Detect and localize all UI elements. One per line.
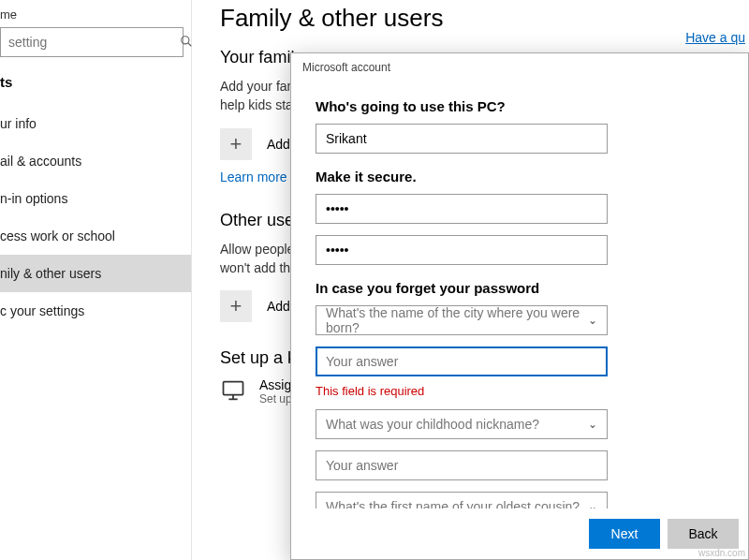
- chevron-down-icon: ⌄: [588, 418, 597, 431]
- security-question-2-select[interactable]: What was your childhood nickname? ⌄: [316, 409, 608, 439]
- plus-icon: +: [230, 294, 242, 318]
- question-secure: Make it secure.: [316, 169, 724, 184]
- plus-icon: +: [230, 132, 242, 156]
- password-input[interactable]: [326, 201, 597, 216]
- monitor-icon: [220, 377, 246, 404]
- back-button[interactable]: Back: [668, 519, 739, 549]
- validation-error: This field is required: [316, 384, 724, 398]
- password-field[interactable]: [316, 194, 608, 224]
- sidebar-nav: ur info ail & accounts n-in options cess…: [0, 105, 191, 330]
- chevron-down-icon: ⌄: [588, 314, 597, 327]
- search-icon: [180, 35, 193, 51]
- question-forget: In case you forget your password: [316, 280, 724, 296]
- nav-signin-options[interactable]: n-in options: [0, 180, 191, 217]
- confirm-password-field[interactable]: [316, 235, 608, 265]
- confirm-password-input[interactable]: [326, 243, 597, 258]
- add-family-button[interactable]: +: [220, 128, 252, 160]
- nav-email-accounts[interactable]: ail & accounts: [0, 142, 191, 180]
- chevron-down-icon: ⌄: [588, 500, 597, 508]
- svg-rect-2: [224, 382, 243, 395]
- answer-1-input[interactable]: [326, 354, 597, 369]
- home-label: me: [0, 0, 191, 27]
- sq1-value: What's the name of the city where you we…: [326, 305, 588, 335]
- username-input[interactable]: [326, 131, 597, 146]
- settings-sidebar: me ts ur info ail & accounts n-in option…: [0, 0, 192, 560]
- sq3-value: What's the first name of your oldest cou…: [326, 499, 580, 508]
- nav-access-work-school[interactable]: cess work or school: [0, 217, 191, 255]
- nav-family-other-users[interactable]: nily & other users: [0, 255, 191, 292]
- have-question-link[interactable]: Have a qu: [685, 30, 745, 45]
- answer-2-field[interactable]: [316, 450, 608, 480]
- add-other-button[interactable]: +: [220, 290, 252, 322]
- nav-your-info[interactable]: ur info: [0, 105, 191, 142]
- watermark: wsxdn.com: [698, 548, 745, 558]
- dialog-footer: Next Back: [291, 508, 748, 559]
- svg-point-0: [182, 36, 189, 43]
- sidebar-section-title: ts: [0, 74, 191, 90]
- search-input[interactable]: [1, 35, 180, 50]
- microsoft-account-dialog: Microsoft account Who's going to use thi…: [290, 52, 749, 560]
- svg-line-1: [188, 42, 192, 46]
- answer-2-input[interactable]: [326, 458, 597, 473]
- username-field[interactable]: [316, 124, 608, 154]
- sq2-value: What was your childhood nickname?: [326, 417, 539, 432]
- security-question-1-select[interactable]: What's the name of the city where you we…: [316, 305, 608, 335]
- search-input-wrap[interactable]: [0, 27, 184, 57]
- nav-sync-settings[interactable]: c your settings: [0, 292, 191, 330]
- answer-1-field[interactable]: [316, 346, 608, 376]
- dialog-title: Microsoft account: [291, 53, 748, 80]
- security-question-3-select[interactable]: What's the first name of your oldest cou…: [316, 492, 608, 508]
- next-button[interactable]: Next: [589, 519, 660, 549]
- page-title: Family & other users: [220, 4, 749, 33]
- question-user: Who's going to use this PC?: [316, 98, 724, 114]
